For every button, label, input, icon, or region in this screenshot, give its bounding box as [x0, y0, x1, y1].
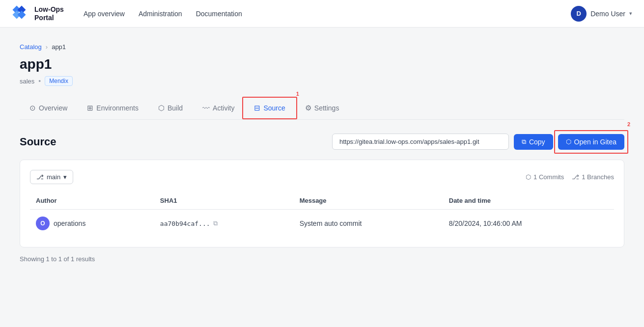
table-header: Author SHA1 Message Date and time: [30, 192, 614, 210]
tab-environments-label: Environments: [96, 104, 139, 112]
commits-count: 1 Commits: [533, 173, 564, 181]
col-author: Author: [30, 192, 154, 210]
chevron-down-icon: ▾: [629, 10, 632, 17]
source-title: Source: [20, 136, 56, 148]
cell-author: O operations: [30, 210, 154, 238]
sha1-value: aa70b94caf...: [160, 220, 210, 227]
logo-icon: [12, 5, 29, 23]
build-icon: ⬡: [158, 104, 165, 112]
logo-text: Low-Ops Portal: [34, 5, 64, 22]
annotation-num-1: 1: [296, 91, 299, 97]
breadcrumb-current: app1: [52, 43, 66, 51]
user-name: Demo User: [590, 10, 625, 18]
section-actions: ⧉ Copy ⬡ Open in Gitea 2: [332, 134, 624, 150]
table-body: O operations aa70b94caf... ⧉ System auto…: [30, 210, 614, 238]
source-section-header: Source ⧉ Copy ⬡ Open in Gitea 2: [20, 134, 624, 150]
breadcrumb: Catalog › app1: [20, 43, 624, 51]
cell-date: 8/20/2024, 10:46:00 AM: [443, 210, 614, 238]
main-content: Catalog › app1 app1 sales • Mendix ⊙ Ove…: [0, 27, 644, 278]
settings-icon: ⚙: [305, 104, 311, 112]
tab-build-label: Build: [168, 104, 183, 112]
author-avatar: O: [36, 217, 50, 230]
branches-icon: ⎇: [572, 173, 579, 181]
author-name: operations: [54, 219, 85, 227]
tag-dot: •: [38, 77, 41, 85]
tab-activity[interactable]: 〰 Activity: [193, 98, 244, 119]
branches-count: 1 Branches: [582, 173, 614, 181]
tab-settings[interactable]: ⚙ Settings: [295, 98, 349, 119]
branch-icon: ⎇: [36, 173, 44, 181]
tab-source[interactable]: ⊟ Source 1: [244, 98, 295, 119]
annotation-num-2: 2: [627, 121, 630, 127]
avatar: D: [571, 6, 587, 22]
page-title: app1: [20, 56, 624, 72]
tab-environments[interactable]: ⊞ Environments: [77, 98, 148, 119]
overview-icon: ⊙: [29, 104, 36, 112]
nav-documentation[interactable]: Documentation: [196, 10, 242, 18]
col-message: Message: [294, 192, 443, 210]
commits-icon: ⬡: [526, 173, 531, 181]
git-url-input[interactable]: [332, 134, 509, 150]
nav-administration[interactable]: Administration: [139, 10, 182, 18]
top-navigation: Low-Ops Portal App overview Administrati…: [0, 0, 644, 27]
branch-chevron-icon: ▾: [63, 173, 67, 181]
tab-settings-label: Settings: [314, 104, 339, 112]
tab-activity-label: Activity: [213, 104, 234, 112]
tag-badge-mendix[interactable]: Mendix: [45, 76, 73, 86]
branch-name: main: [47, 173, 60, 181]
commits-table: Author SHA1 Message Date and time O oper…: [30, 192, 614, 237]
card-header: ⎇ main ▾ ⬡ 1 Commits ⎇ 1 Branches: [30, 170, 614, 184]
copy-button[interactable]: ⧉ Copy: [514, 134, 553, 150]
tab-overview-label: Overview: [39, 104, 67, 112]
commits-stat: ⬡ 1 Commits: [526, 173, 564, 181]
external-link-icon: ⬡: [566, 138, 571, 145]
author-cell: O operations: [36, 217, 148, 230]
open-in-gitea-button[interactable]: ⬡ Open in Gitea: [558, 134, 624, 150]
branch-stats: ⬡ 1 Commits ⎇ 1 Branches: [526, 173, 614, 181]
user-menu[interactable]: D Demo User ▾: [571, 6, 632, 22]
tag-team: sales: [20, 78, 34, 85]
branch-selector[interactable]: ⎇ main ▾: [30, 170, 73, 184]
col-sha1: SHA1: [154, 192, 294, 210]
source-card: ⎇ main ▾ ⬡ 1 Commits ⎇ 1 Branches Author: [20, 160, 624, 247]
activity-icon: 〰: [202, 104, 210, 112]
sha-cell: aa70b94caf... ⧉: [160, 219, 288, 227]
nav-links: App overview Administration Documentatio…: [84, 10, 555, 18]
cell-sha1: aa70b94caf... ⧉: [154, 210, 294, 238]
table-row: O operations aa70b94caf... ⧉ System auto…: [30, 210, 614, 238]
results-text: Showing 1 to 1 of 1 results: [20, 255, 624, 263]
tags-row: sales • Mendix: [20, 76, 624, 86]
table-header-row: Author SHA1 Message Date and time: [30, 192, 614, 210]
tab-build[interactable]: ⬡ Build: [148, 98, 193, 119]
branches-stat: ⎇ 1 Branches: [572, 173, 614, 181]
tab-source-label: Source: [263, 104, 285, 112]
open-gitea-wrapper: ⬡ Open in Gitea 2: [558, 134, 624, 150]
copy-sha-button[interactable]: ⧉: [213, 219, 218, 227]
breadcrumb-catalog[interactable]: Catalog: [20, 43, 42, 51]
source-icon: ⊟: [254, 104, 260, 112]
environments-icon: ⊞: [87, 104, 93, 112]
col-date: Date and time: [443, 192, 614, 210]
breadcrumb-separator: ›: [46, 43, 48, 51]
tab-overview[interactable]: ⊙ Overview: [20, 98, 77, 119]
cell-message: System auto commit: [294, 210, 443, 238]
tabs-container: ⊙ Overview ⊞ Environments ⬡ Build 〰 Acti…: [20, 98, 624, 120]
nav-app-overview[interactable]: App overview: [84, 10, 125, 18]
copy-icon: ⧉: [522, 138, 526, 146]
logo[interactable]: Low-Ops Portal: [12, 5, 64, 23]
